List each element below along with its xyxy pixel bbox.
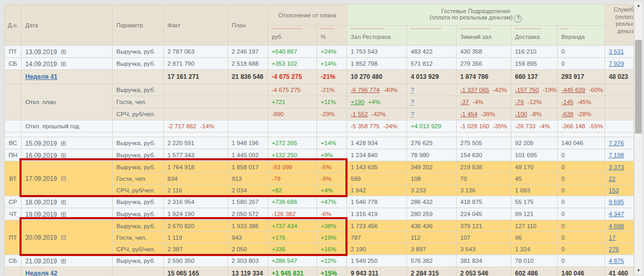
- cell-text: 602 486: [515, 270, 538, 276]
- expand-icon[interactable]: ⊞: [61, 198, 66, 206]
- cell-text: 913: [232, 176, 242, 182]
- service-amount-link[interactable]: 17: [609, 234, 616, 241]
- cell-text: +353 102: [272, 60, 297, 67]
- cell-text[interactable]: -37: [460, 99, 469, 105]
- cell-service: [605, 96, 634, 108]
- expand-icon[interactable]: ⊞: [61, 151, 66, 159]
- expand-icon[interactable]: ⊞: [61, 210, 66, 218]
- cell-text: 379 121: [460, 223, 482, 229]
- cell-fact: [164, 96, 228, 108]
- cell-winter: -1 337 065-42%: [457, 84, 511, 96]
- scrollbar-thumb[interactable]: [635, 40, 642, 134]
- cell-service: 276: [605, 243, 634, 255]
- cell-text: Гости, чел.: [116, 99, 147, 105]
- cell-text[interactable]: -79: [515, 99, 524, 105]
- cell-date: 15.09.2019⊞: [22, 137, 113, 149]
- cell-pct: +24%: [317, 46, 347, 58]
- expand-icon[interactable]: ⊞: [61, 257, 66, 265]
- scrollbar-up-button[interactable]: ▲: [635, 2, 642, 9]
- cell-text[interactable]: -1 552: [351, 111, 368, 117]
- collapse-icon[interactable]: ⊟: [61, 175, 66, 182]
- cell-text: -4 675 275: [272, 87, 301, 93]
- cell-text: 2 050: [232, 246, 247, 252]
- cell-text[interactable]: +190: [351, 99, 364, 105]
- cell-pct: +9%: [317, 149, 347, 161]
- cell-text: -990: [272, 111, 284, 117]
- cell-delivery: 45: [511, 173, 558, 185]
- cell-unit2: 280 259: [407, 208, 457, 220]
- cell-service: 9 695: [605, 196, 634, 208]
- cell-dn: [5, 132, 22, 137]
- cell-delivery: 92 205: [511, 137, 558, 149]
- cell-rub: +336: [268, 243, 317, 255]
- question-link[interactable]: ?: [411, 99, 414, 106]
- expand-icon[interactable]: ⊞: [61, 139, 66, 147]
- question-link[interactable]: ?: [411, 111, 414, 118]
- scrollbar-down-button[interactable]: ▼: [635, 267, 642, 274]
- cell-text: 140 046: [561, 140, 583, 146]
- help-icon[interactable]: ?: [514, 15, 522, 23]
- expand-icon[interactable]: ⊞: [61, 60, 66, 68]
- cell-rub: -990: [268, 108, 317, 120]
- cell-text: 3 897: [411, 246, 426, 252]
- cell-text: 10 270 480: [351, 73, 382, 80]
- cell-text: 1 445 092: [232, 152, 259, 158]
- col-header-pct: %: [317, 26, 347, 46]
- cell-text[interactable]: -445 639: [561, 87, 585, 93]
- cell-text: -42%: [372, 111, 386, 117]
- cell-text: 2 116: [167, 187, 182, 193]
- service-amount-link[interactable]: 7 276: [609, 140, 624, 146]
- service-amount-link[interactable]: 276: [609, 246, 619, 252]
- cell-text[interactable]: -6 796 774: [351, 87, 380, 93]
- cell-text[interactable]: -639: [561, 111, 573, 117]
- week-42-link[interactable]: Неделя 42: [25, 270, 57, 276]
- service-amount-link[interactable]: 3 373: [609, 164, 624, 170]
- service-amount-link[interactable]: 22: [609, 176, 616, 182]
- cell-text: 4 013 929: [411, 73, 439, 80]
- cell-veranda: -145-45%: [558, 96, 605, 108]
- cell-hall: 10 270 480: [347, 70, 407, 84]
- service-amount-link[interactable]: 4 875: [609, 258, 624, 264]
- collapse-icon[interactable]: ⊟: [61, 233, 66, 241]
- service-amount-link[interactable]: 9 695: [609, 199, 624, 205]
- question-link[interactable]: ?: [411, 87, 414, 94]
- service-amount-link[interactable]: 3 531: [609, 48, 624, 55]
- cell-text: 1 119: [167, 234, 182, 241]
- cell-text: 280 259: [411, 211, 433, 217]
- cell-text: +540 867: [272, 48, 297, 55]
- vertical-scrollbar[interactable]: ▲ ▼: [634, 1, 643, 275]
- cell-text: Выручка, руб.: [116, 152, 155, 158]
- expand-icon[interactable]: ⊞: [61, 48, 66, 56]
- cell-text: 483 422: [411, 48, 433, 55]
- cell-text[interactable]: -145: [561, 99, 573, 105]
- cell-text: 17.09.2019: [25, 175, 57, 182]
- cell-text: 1 580 267: [232, 199, 259, 205]
- cell-text: +19%: [321, 234, 336, 241]
- cell-service: 3 531: [605, 46, 634, 58]
- cell-fact: 2 871 790: [164, 58, 228, 70]
- cell-text: Гости, чел.: [116, 176, 147, 182]
- cell-text[interactable]: -1 454: [460, 111, 478, 117]
- cell-service: [605, 120, 634, 132]
- service-amount-link[interactable]: 4 347: [609, 211, 624, 217]
- cell-hall: 9 943 311: [347, 267, 407, 276]
- service-amount-link[interactable]: 4 698: [609, 223, 624, 229]
- guest-group-line2: (оплата по реальным деньгам): [430, 14, 513, 21]
- cell-text: 660 137: [515, 73, 538, 80]
- cell-dn: [5, 84, 22, 120]
- cell-date: Неделя 42: [22, 267, 113, 276]
- cell-text: -34%: [383, 123, 398, 129]
- service-amount-link[interactable]: 153: [609, 187, 619, 193]
- cell-text[interactable]: -100: [515, 111, 527, 117]
- cell-text: 0: [561, 48, 564, 55]
- cell-text[interactable]: -157 750: [515, 87, 539, 93]
- cell-rub: -126 382: [268, 208, 317, 220]
- cell-text: 21 836 546: [232, 73, 263, 80]
- week-41-link[interactable]: Неделя 41: [25, 73, 57, 80]
- service-amount-link[interactable]: 7 198: [609, 152, 624, 158]
- cell-text[interactable]: -1 337 065: [460, 87, 489, 93]
- col-header-service: Служебные (оплата по реальным деньгам): [605, 5, 634, 46]
- cell-text: 48 023: [609, 73, 628, 80]
- service-amount-link[interactable]: 7 929: [609, 60, 624, 67]
- cell-text: +9%: [321, 152, 333, 158]
